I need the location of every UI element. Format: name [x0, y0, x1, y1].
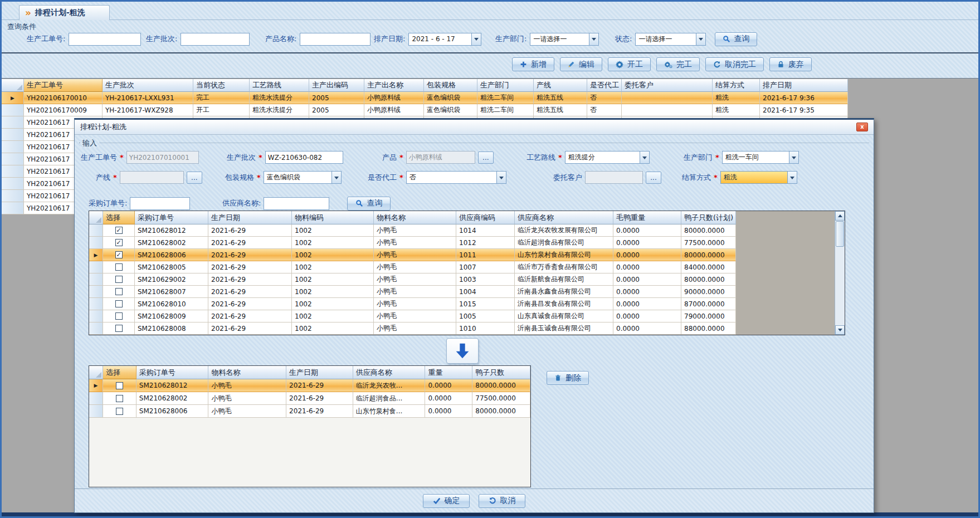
edit-button[interactable]: 编辑: [560, 57, 602, 71]
column-header[interactable]: 物料编码: [292, 211, 374, 224]
table-row[interactable]: SM210628006 2021-6-29 1002 小鸭毛 1011 山东竹泉…: [89, 249, 845, 261]
line-browse-button[interactable]: ...: [187, 172, 202, 184]
row-selector[interactable]: [2, 104, 24, 116]
status-select[interactable]: 一请选择一: [635, 33, 706, 46]
column-header[interactable]: 选择: [103, 366, 136, 379]
cancel-button[interactable]: 取消: [479, 494, 525, 508]
chevron-down-icon[interactable]: [331, 172, 341, 183]
dept-select[interactable]: 一请选择一: [530, 33, 599, 46]
scroll-up-icon[interactable]: [835, 211, 845, 221]
column-header[interactable]: 包装规格: [424, 79, 477, 92]
row-selector[interactable]: [2, 153, 24, 165]
chevron-down-icon[interactable]: [589, 33, 598, 45]
column-header[interactable]: 采购订单号: [135, 211, 208, 224]
scroll-thumb[interactable]: [836, 221, 844, 247]
search-button[interactable]: 查询: [715, 32, 757, 46]
row-selector[interactable]: [2, 202, 24, 214]
column-header[interactable]: 工艺路线: [250, 79, 309, 92]
checkbox[interactable]: [115, 300, 123, 307]
table-row[interactable]: SM210628007 2021-6-29 1002 小鸭毛 1004 沂南县永…: [89, 286, 845, 298]
checkbox[interactable]: [115, 276, 123, 283]
checkbox[interactable]: [115, 227, 123, 234]
outsourced-select[interactable]: 否: [406, 171, 506, 184]
chevron-down-icon[interactable]: [696, 33, 705, 45]
column-header[interactable]: 主产出编码: [309, 79, 364, 92]
row-selector[interactable]: [2, 129, 24, 141]
column-header[interactable]: 鸭子只数: [472, 366, 530, 379]
table-row[interactable]: SM210628006 小鸭毛 2021-6-29 山东竹泉村食... 0.00…: [89, 405, 530, 418]
row-selector[interactable]: [89, 273, 103, 286]
row-selector[interactable]: [2, 178, 24, 190]
column-header[interactable]: 物料名称: [208, 366, 286, 379]
checkbox[interactable]: [116, 382, 123, 389]
table-row[interactable]: YH202106170010 YH-210617-LXXL931 完工 粗洗水洗…: [2, 92, 849, 104]
dialog-titlebar[interactable]: 排程计划-粗洗 x: [75, 120, 874, 135]
checkbox[interactable]: [116, 395, 123, 402]
close-icon[interactable]: x: [856, 123, 868, 131]
row-selector[interactable]: [89, 405, 103, 418]
row-selector[interactable]: [89, 379, 103, 392]
row-selector[interactable]: [89, 322, 103, 335]
row-selector[interactable]: [89, 310, 103, 322]
checkbox[interactable]: [115, 263, 123, 271]
column-header[interactable]: 采购订单号: [136, 366, 209, 379]
client-browse-button[interactable]: ...: [646, 172, 661, 184]
row-selector[interactable]: [2, 190, 24, 202]
scroll-down-icon[interactable]: [835, 325, 845, 335]
table-row[interactable]: SM210628009 2021-6-29 1002 小鸭毛 1005 山东真诚…: [89, 310, 845, 322]
column-header[interactable]: 生产批次: [103, 79, 193, 92]
table-row[interactable]: SM210628005 2021-6-29 1002 小鸭毛 1007 临沂市万…: [89, 261, 845, 273]
pack-select[interactable]: 蓝色编织袋: [264, 171, 342, 184]
column-header[interactable]: 供应商名称: [353, 366, 426, 379]
column-header[interactable]: 是否代工: [587, 79, 622, 92]
select-all-header[interactable]: [89, 211, 103, 224]
table-row[interactable]: SM210628012 小鸭毛 2021-6-29 临沂龙兴农牧... 0.00…: [89, 379, 530, 392]
table-row[interactable]: YH202106170009 YH-210617-WXZ928 开工 粗洗水洗提…: [2, 104, 849, 116]
table-row[interactable]: SM210628008 2021-6-29 1002 小鸭毛 1010 沂南县玉…: [89, 322, 845, 335]
table-row[interactable]: SM210628010 2021-6-29 1002 小鸭毛 1015 沂南县昌…: [89, 298, 845, 310]
row-selector[interactable]: [2, 141, 24, 153]
product-name-input[interactable]: [300, 33, 370, 46]
po-search-input[interactable]: [130, 197, 190, 210]
checkbox[interactable]: [115, 288, 123, 295]
select-all-header[interactable]: [2, 79, 24, 92]
row-selector[interactable]: [89, 237, 103, 249]
row-selector[interactable]: [89, 286, 103, 298]
chevron-down-icon[interactable]: [789, 152, 798, 163]
column-header[interactable]: 供应商编码: [456, 211, 515, 224]
row-selector[interactable]: [2, 116, 24, 129]
column-header[interactable]: 物料名称: [374, 211, 456, 224]
row-selector[interactable]: [2, 92, 24, 104]
batch-input[interactable]: [181, 33, 250, 46]
column-header[interactable]: 主产出名称: [364, 79, 424, 92]
row-selector[interactable]: [89, 298, 103, 310]
settle-select[interactable]: 粗洗: [720, 171, 797, 184]
row-selector[interactable]: [89, 392, 103, 405]
chevron-down-icon[interactable]: [640, 152, 649, 163]
batch-field[interactable]: WZ-210630-082: [265, 151, 343, 164]
select-all-header[interactable]: [89, 366, 103, 379]
schedule-date-select[interactable]: 2021 - 6 - 17: [408, 33, 481, 46]
work-order-input[interactable]: [69, 33, 141, 46]
discard-button[interactable]: 废弃: [769, 57, 812, 71]
dept-select[interactable]: 粗洗一车间: [722, 151, 799, 164]
column-header[interactable]: 鸭子只数(计划): [681, 211, 736, 224]
cancel-finish-button[interactable]: 取消完工: [705, 57, 764, 71]
dialog-search-button[interactable]: 查询: [347, 197, 391, 211]
ok-button[interactable]: 确定: [423, 494, 470, 508]
checkbox[interactable]: [115, 325, 123, 332]
table-row[interactable]: SM210628012 2021-6-29 1002 小鸭毛 1014 临沂龙兴…: [89, 224, 845, 237]
checkbox[interactable]: [115, 239, 123, 246]
column-header[interactable]: 生产日期: [286, 366, 353, 379]
row-selector[interactable]: [89, 224, 103, 237]
column-header[interactable]: 产线: [534, 79, 587, 92]
column-header[interactable]: 当前状态: [193, 79, 250, 92]
move-down-button[interactable]: [446, 338, 479, 364]
column-header[interactable]: 委托客户: [622, 79, 713, 92]
chevron-down-icon[interactable]: [787, 172, 797, 183]
table-row[interactable]: SM210628002 2021-6-29 1002 小鸭毛 1012 临沂超润…: [89, 237, 845, 249]
finish-work-button[interactable]: 完工: [656, 57, 700, 71]
column-header[interactable]: 供应商名称: [515, 211, 613, 224]
checkbox[interactable]: [115, 251, 123, 258]
checkbox[interactable]: [115, 312, 123, 320]
